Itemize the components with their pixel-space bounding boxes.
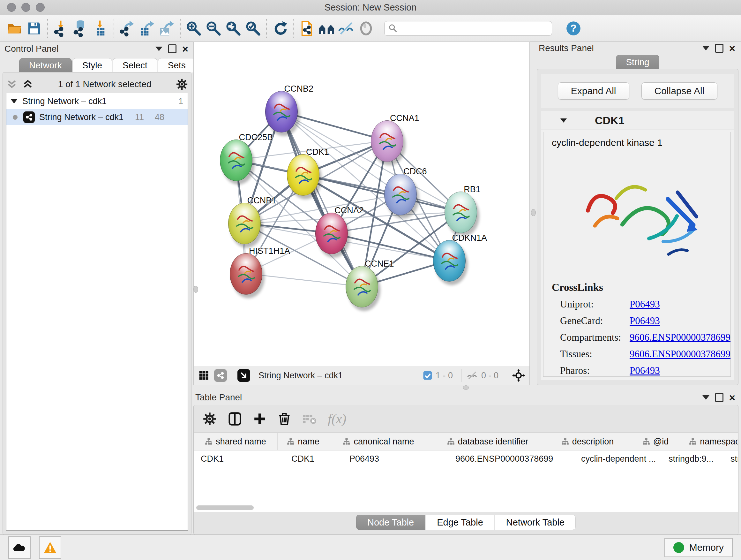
open-folder-icon <box>6 21 23 36</box>
crosslink-link[interactable]: P06493 <box>630 299 660 310</box>
import-network-database-button[interactable] <box>71 18 91 38</box>
node-CCNA1[interactable]: CCNA1 <box>371 120 403 161</box>
panel-float-icon[interactable] <box>702 46 710 51</box>
column-header-database-identifier[interactable]: database identifier <box>428 433 547 450</box>
add-column-icon[interactable] <box>253 412 266 426</box>
vertical-splitter-handle[interactable] <box>531 209 536 216</box>
string-glasses-button[interactable] <box>336 18 356 38</box>
help-button[interactable] <box>563 18 583 38</box>
import-table-button[interactable] <box>91 18 111 38</box>
node-CDK1[interactable]: CDK1 <box>287 154 319 195</box>
column-header-shared-name[interactable]: shared name <box>194 433 278 450</box>
edge-CCNE1-HIST1H1A[interactable] <box>246 273 361 287</box>
network-collection-row[interactable]: String Network – cdk1 1 <box>6 93 188 109</box>
network-view-toolbar: String Network – cdk1 1 - 0 0 - 0 <box>193 366 530 385</box>
node-label: RB1 <box>464 185 481 194</box>
show-columns-icon[interactable] <box>227 412 242 426</box>
refresh-button[interactable] <box>270 18 290 38</box>
node-CDKN1A[interactable]: CDKN1A <box>433 240 465 281</box>
delete-column-icon[interactable] <box>277 412 291 426</box>
node-RB1[interactable]: RB1 <box>445 192 476 233</box>
open-session-button[interactable] <box>4 18 24 38</box>
column-header-name[interactable]: name <box>278 433 329 450</box>
column-header-canonical-name[interactable]: canonical name <box>329 433 428 450</box>
node-CCNB2[interactable]: CCNB2 <box>265 91 297 132</box>
warnings-button[interactable] <box>39 537 61 559</box>
tab-network[interactable]: Network <box>19 58 72 72</box>
tab-edge-table[interactable]: Edge Table <box>426 515 494 530</box>
panel-maximize-icon[interactable] <box>168 44 177 53</box>
glasses-icon <box>337 20 355 37</box>
gene-card-header[interactable]: CDK1 <box>541 111 734 130</box>
highlight-eye-button[interactable] <box>356 18 376 38</box>
string-network-chip-icon[interactable] <box>214 369 227 382</box>
panel-close-icon[interactable]: × <box>729 392 735 403</box>
expand-all-icon[interactable] <box>22 78 33 90</box>
tab-node-table[interactable]: Node Table <box>356 515 425 530</box>
fit-crosshair-icon[interactable] <box>512 369 525 382</box>
tab-string[interactable]: String <box>616 55 659 69</box>
tab-style[interactable]: Style <box>72 58 112 72</box>
table-options-gear-icon[interactable] <box>203 412 217 426</box>
zoom-fit-button[interactable] <box>223 18 243 38</box>
crosslink-link[interactable]: 9606.ENSP00000378699 <box>630 348 731 360</box>
selected-checkbox-icon[interactable] <box>423 371 432 380</box>
crosslink-row: Uniprot:P06493 <box>552 299 731 310</box>
export-network-button[interactable] <box>118 18 137 38</box>
node-label: CCNE1 <box>365 259 394 269</box>
node-CDC25B[interactable]: CDC25B <box>220 139 252 180</box>
current-network-name: String Network – cdk1 <box>259 371 423 381</box>
tab-network-table[interactable]: Network Table <box>495 515 576 530</box>
table-row[interactable]: CDK1CDK1P064939606.ENSP00000378699cyclin… <box>194 450 738 467</box>
edge-CDK1-RB1[interactable] <box>303 175 461 212</box>
column-header-description[interactable]: description <box>547 433 628 450</box>
collapse-triangle-icon[interactable] <box>11 99 17 104</box>
node-HIST1H1A[interactable]: HIST1H1A <box>230 253 262 294</box>
table-horizontal-scrollbar[interactable] <box>196 505 254 510</box>
network-options-gear-icon[interactable] <box>176 78 188 90</box>
node-CCNA2[interactable]: CCNA2 <box>315 212 347 253</box>
panel-float-icon[interactable] <box>155 47 162 51</box>
collapse-all-icon[interactable] <box>6 78 17 90</box>
crosslink-link[interactable]: 9606.ENSP00000378699 <box>630 332 731 343</box>
string-home-button[interactable] <box>317 18 336 38</box>
toolbar-separator <box>114 19 114 38</box>
panel-float-icon[interactable] <box>702 395 710 400</box>
export-table-button[interactable] <box>137 18 157 38</box>
column-header-namespace[interactable]: namespace <box>683 433 738 450</box>
edge-CCNB2-CCNE1[interactable] <box>281 111 361 287</box>
crosslink-link[interactable]: P06493 <box>630 365 660 376</box>
zoom-in-button[interactable] <box>184 18 204 38</box>
detach-view-icon[interactable] <box>238 369 250 382</box>
panel-maximize-icon[interactable] <box>715 393 724 402</box>
panel-close-icon[interactable]: × <box>182 44 188 54</box>
node-CCNE1[interactable]: CCNE1 <box>346 266 378 307</box>
vertical-splitter-handle[interactable] <box>193 286 198 293</box>
collapse-all-button[interactable]: Collapse All <box>642 82 718 100</box>
crosslink-link[interactable]: P06493 <box>630 315 660 327</box>
node-CDC6[interactable]: CDC6 <box>384 174 416 214</box>
search-input[interactable] <box>401 23 548 34</box>
tab-select[interactable]: Select <box>113 58 157 72</box>
network-canvas[interactable]: CCNB2CCNA1CDC25BCDK1CDC6RB1CCNB1CCNA2CDK… <box>193 42 530 366</box>
panel-maximize-icon[interactable] <box>715 44 724 53</box>
save-session-button[interactable] <box>24 18 44 38</box>
open-in-string-button[interactable] <box>297 18 317 38</box>
network-row[interactable]: String Network – cdk1 11 48 <box>6 109 188 125</box>
search-field[interactable] <box>384 21 552 36</box>
column-header-@id[interactable]: @id <box>628 433 683 450</box>
hidden-glasses-icon[interactable] <box>467 370 478 381</box>
horizontal-splitter[interactable] <box>193 385 738 390</box>
zoom-selected-button[interactable] <box>243 18 263 38</box>
zoom-out-button[interactable] <box>204 18 223 38</box>
memory-button[interactable]: Memory <box>664 538 733 557</box>
birdseye-grid-icon[interactable] <box>198 370 210 381</box>
panel-close-icon[interactable]: × <box>729 43 735 54</box>
collapse-triangle-icon[interactable] <box>560 118 567 123</box>
export-image-button[interactable] <box>157 18 177 38</box>
node-CCNB1[interactable]: CCNB1 <box>228 203 260 244</box>
import-network-button[interactable] <box>51 18 71 38</box>
cloud-button[interactable] <box>8 537 30 559</box>
expand-all-button[interactable]: Expand All <box>558 82 629 100</box>
tab-sets[interactable]: Sets <box>158 58 196 72</box>
